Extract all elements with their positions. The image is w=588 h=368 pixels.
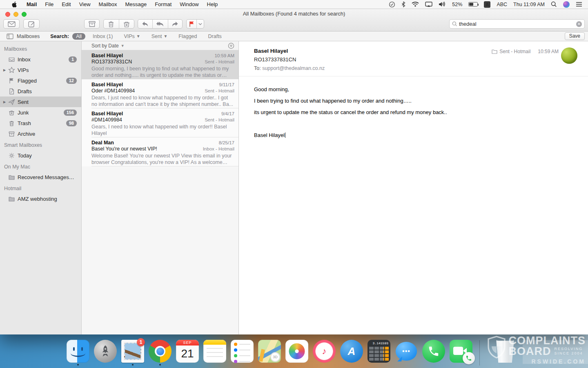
unread-count-badge: 156 xyxy=(64,110,77,116)
forward-button[interactable] xyxy=(168,20,182,28)
dock-icon-calculator[interactable]: 3.141593 xyxy=(368,340,390,366)
scope-drafts[interactable]: Drafts xyxy=(205,33,225,40)
checkmark-circle-icon[interactable] xyxy=(389,1,395,8)
dock-icon-photos[interactable] xyxy=(285,340,308,366)
junk-button[interactable] xyxy=(119,20,134,28)
message-list-item[interactable]: Basel Hilayel9/11/17 Oder #DM1409984Sent… xyxy=(82,79,238,108)
menu-window[interactable]: Window xyxy=(176,0,203,9)
message-mailbox: Sent - Hotmail xyxy=(492,49,530,54)
menu-mail[interactable]: Mail xyxy=(22,0,41,9)
search-scope-label: Search: xyxy=(50,34,69,39)
favorites-mailboxes-label[interactable]: Mailboxes xyxy=(17,34,40,39)
menu-message[interactable]: Message xyxy=(121,0,151,9)
mailbox-list-toggle-icon[interactable] xyxy=(7,34,13,39)
apple-menu-icon[interactable] xyxy=(12,1,18,7)
scope-inbox-1[interactable]: Inbox (1) xyxy=(89,33,116,40)
scope-flagged[interactable]: Flagged xyxy=(175,33,200,40)
sort-by-date-label[interactable]: Sort by Date xyxy=(91,43,119,49)
spotlight-search-icon[interactable] xyxy=(551,1,557,7)
scope-vips[interactable]: VIPs▼ xyxy=(120,33,144,40)
message-time: 10:59 AM xyxy=(538,49,559,54)
dock-icon-launchpad[interactable] xyxy=(94,340,117,366)
clear-search-icon[interactable]: ✕ xyxy=(576,21,582,27)
save-search-button[interactable]: Save xyxy=(565,32,585,40)
search-icon xyxy=(452,21,457,27)
list-item-sender: Deal Man xyxy=(91,140,114,146)
dock-icon-messages[interactable]: ••• xyxy=(395,340,418,366)
dock-icon-maps[interactable]: 3D xyxy=(258,340,281,366)
to-address[interactable]: support@thedealman.co.nz xyxy=(262,65,325,71)
airplay-display-icon[interactable] xyxy=(425,2,432,7)
sidebar-item-archive[interactable]: ▶ Archive xyxy=(0,128,81,139)
flag-button[interactable] xyxy=(187,20,196,28)
sort-bar[interactable]: Sort by Date ▼ xyxy=(82,41,238,50)
sidebar-item-label: AMZ webhosting xyxy=(18,196,57,202)
get-mail-button[interactable] xyxy=(3,19,20,29)
folder-icon xyxy=(8,173,15,181)
dock-icon-itunes[interactable]: ♪ xyxy=(313,340,336,366)
menu-file[interactable]: File xyxy=(41,0,58,9)
wifi-icon[interactable] xyxy=(412,2,419,7)
menu-clock[interactable]: Thu 11:09 AM xyxy=(513,2,545,7)
sidebar-item-drafts[interactable]: ▶ Drafts xyxy=(0,86,81,96)
dock-icon-calendar[interactable]: SEP21 xyxy=(176,340,199,366)
scope-sent[interactable]: Sent▼ xyxy=(148,33,172,40)
disclosure-triangle-icon[interactable]: ▶ xyxy=(2,100,7,104)
siri-icon[interactable] xyxy=(563,1,570,8)
bluetooth-icon[interactable] xyxy=(401,1,405,7)
filter-messages-icon[interactable] xyxy=(228,43,234,49)
dock-icon-facetime[interactable] xyxy=(450,340,472,366)
reply-button[interactable] xyxy=(138,20,152,28)
sidebar-item-flagged[interactable]: ▶ Flagged 12 xyxy=(0,75,81,86)
title-bar[interactable]: All Mailboxes (Found 4 matches for searc… xyxy=(0,9,588,19)
input-source-icon[interactable]: A xyxy=(484,1,490,8)
dock-icon-finder[interactable] xyxy=(67,340,89,366)
dock-icon-notes[interactable] xyxy=(203,340,226,366)
sidebar-sections: Mailboxes ▶ Inbox 1 ▶ VIPs ▶ Flagged 12 … xyxy=(0,43,81,204)
unread-count-badge: 1 xyxy=(69,56,77,63)
toolbar-search-field[interactable]: ✕ xyxy=(449,19,585,29)
menu-edit[interactable]: Edit xyxy=(58,0,75,9)
message-list-item[interactable]: Basel Hilayel10:59 AM RO137337831CNSent … xyxy=(82,50,238,79)
delete-button[interactable] xyxy=(104,20,119,28)
reply-all-button[interactable] xyxy=(152,20,167,28)
menu-format[interactable]: Format xyxy=(151,0,176,9)
dock-icon-phone[interactable] xyxy=(422,340,445,366)
archive-button[interactable] xyxy=(84,19,100,29)
dock-icon-mail[interactable]: 1 xyxy=(121,340,144,366)
folder-icon xyxy=(8,195,15,202)
chevron-down-icon: ▼ xyxy=(136,34,140,38)
delete-junk-group xyxy=(103,19,134,29)
sender-avatar[interactable] xyxy=(561,47,577,64)
sidebar-item-inbox[interactable]: ▶ Inbox 1 xyxy=(0,54,81,65)
list-item-subject: RO137337831CN xyxy=(91,59,132,65)
sidebar-item-amz-webhosting[interactable]: ▶ AMZ webhosting xyxy=(0,193,81,204)
input-source-label[interactable]: ABC xyxy=(497,2,507,7)
volume-icon[interactable] xyxy=(439,2,446,7)
message-list-item[interactable]: Basel Hilayel9/4/17 #DM1409984Sent - Hot… xyxy=(82,108,238,137)
menu-mailbox[interactable]: Mailbox xyxy=(95,0,121,9)
message-subject: RO137337831CN xyxy=(254,56,577,63)
disclosure-triangle-icon[interactable]: ▶ xyxy=(2,68,7,72)
running-indicator xyxy=(159,364,161,366)
sidebar-item-sent[interactable]: ▶ Sent xyxy=(0,96,81,107)
flag-menu-chevron[interactable] xyxy=(196,20,204,28)
flag-group xyxy=(186,19,204,29)
search-input[interactable] xyxy=(459,21,576,27)
dock-icon-reminders[interactable] xyxy=(231,340,254,366)
dock-icon-appstore[interactable]: A xyxy=(340,340,363,366)
sidebar-item-recovered-messages[interactable]: ▶ Recovered Messages… xyxy=(0,172,81,182)
watermark-domain: RSWIDE.COM xyxy=(509,358,586,365)
sidebar-item-junk[interactable]: ▶ Junk 156 xyxy=(0,107,81,118)
sidebar-section-header: Smart Mailboxes xyxy=(0,139,81,150)
dock-icon-chrome[interactable] xyxy=(149,340,172,366)
notification-center-icon[interactable] xyxy=(576,2,582,7)
menu-help[interactable]: Help xyxy=(203,0,222,9)
compose-button[interactable] xyxy=(23,19,40,29)
message-list-item[interactable]: Deal Man8/25/17 Basel You're our newest … xyxy=(82,137,238,166)
sidebar-item-trash[interactable]: ▶ Trash 98 xyxy=(0,118,81,128)
sidebar-item-today[interactable]: ▶ Today xyxy=(0,150,81,161)
scope-all[interactable]: All xyxy=(72,33,85,40)
menu-view[interactable]: View xyxy=(75,0,95,9)
sidebar-item-vips[interactable]: ▶ VIPs xyxy=(0,65,81,75)
